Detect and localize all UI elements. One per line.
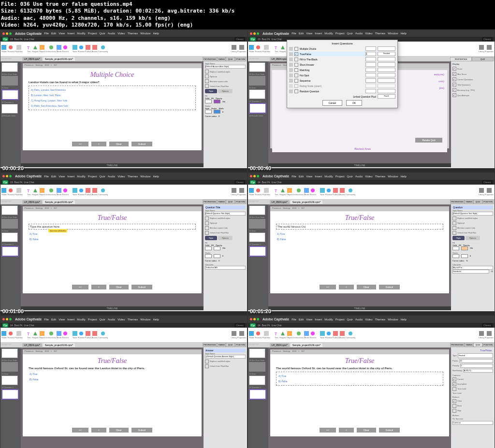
frame-6: 00:02:00 Adobe CaptivateFileEditViewInse…	[248, 316, 495, 448]
svg-rect-73	[73, 331, 77, 336]
svg-rect-69	[40, 331, 44, 336]
svg-rect-91	[333, 331, 338, 336]
timestamp: 00:00:40	[250, 165, 271, 171]
back-button[interactable]: <<	[72, 142, 88, 146]
svg-rect-89	[320, 331, 325, 336]
svg-point-81	[256, 332, 260, 335]
timestamp: 00:00:20	[2, 165, 24, 171]
svg-text:T: T	[27, 45, 30, 50]
svg-text:T: T	[27, 332, 30, 336]
svg-rect-53	[287, 188, 292, 193]
svg-point-33	[9, 188, 13, 192]
svg-point-65	[9, 332, 13, 335]
svg-rect-75	[86, 331, 90, 336]
svg-point-13	[101, 45, 105, 49]
svg-rect-47	[239, 188, 244, 193]
svg-rect-2	[16, 45, 21, 50]
svg-point-49	[256, 188, 260, 192]
frame-3: 00:01:00 Adobe CaptivateFileEditViewInse…	[0, 173, 248, 316]
answer-group[interactable]: A) TrueB) False	[276, 372, 443, 386]
svg-rect-34	[16, 188, 21, 193]
svg-point-42	[79, 188, 83, 192]
svg-marker-36	[33, 188, 37, 192]
svg-marker-68	[33, 332, 37, 335]
answer-true-option[interactable]: A) True	[29, 372, 196, 376]
svg-point-70	[49, 332, 53, 335]
svg-rect-62	[479, 188, 484, 193]
quiz-properties-panel: True/False TypeGraded Points:10 Penalty:…	[451, 347, 495, 448]
insert-questions-dialog: Insert Questions Multiple Choice True/Fa…	[287, 40, 398, 108]
svg-rect-18	[264, 45, 269, 50]
svg-rect-9	[73, 45, 77, 50]
svg-marker-20	[281, 45, 285, 49]
cancel-button[interactable]: Cancel	[322, 100, 343, 106]
svg-rect-41	[73, 188, 77, 193]
svg-text:T: T	[275, 45, 277, 50]
svg-rect-14	[232, 45, 236, 50]
answer-group[interactable]: A) Paris, London, San FranciscoB) London…	[29, 86, 196, 110]
svg-rect-79	[239, 331, 244, 336]
svg-rect-85	[287, 331, 292, 336]
file-tabs: FILMSTRIPLH_0504.cptx*Sample_project0106…	[0, 57, 247, 61]
svg-rect-76	[92, 331, 97, 336]
svg-point-45	[101, 188, 105, 192]
app-toolbar: Cp13Best FitLive ChatClassic	[0, 37, 247, 42]
graded-select[interactable]: Graded	[378, 52, 395, 56]
svg-point-58	[327, 188, 331, 192]
svg-point-8	[63, 45, 67, 49]
svg-rect-63	[487, 188, 492, 193]
frame-1: 00:00:20 Adobe Captivate FileEditViewIns…	[0, 29, 248, 173]
frame-2: 00:00:40 Adobe CaptivateFileEditViewInse…	[248, 29, 495, 173]
svg-point-56	[311, 188, 315, 192]
clear-button[interactable]: Clear	[109, 142, 129, 146]
svg-marker-4	[33, 45, 37, 49]
svg-rect-87	[304, 331, 309, 336]
points-input[interactable]: 10	[459, 359, 493, 363]
svg-rect-31	[487, 45, 492, 50]
svg-rect-94	[479, 331, 484, 336]
svg-rect-11	[86, 45, 90, 50]
submit-button[interactable]: Submit	[131, 142, 153, 146]
svg-point-1	[9, 45, 13, 49]
file-metadata-header: File: 036 Use true or false questions.mp…	[0, 0, 495, 29]
svg-text:T: T	[27, 188, 30, 193]
svg-rect-32	[1, 188, 6, 193]
svg-point-54	[297, 188, 301, 192]
frame-4: 00:01:20 Adobe CaptivateFileEditViewInse…	[248, 173, 495, 316]
svg-rect-50	[264, 188, 269, 193]
svg-rect-78	[232, 331, 236, 336]
svg-rect-7	[57, 45, 61, 50]
svg-rect-12	[92, 45, 97, 50]
svg-rect-82	[264, 331, 269, 336]
svg-rect-39	[57, 188, 61, 193]
svg-rect-60	[340, 188, 345, 193]
svg-point-74	[79, 332, 83, 335]
slide-canvas[interactable]: Multiple Choice Landon Hotels can be fou…	[23, 68, 202, 150]
svg-rect-46	[232, 188, 236, 193]
prev-button[interactable]: <	[91, 142, 106, 146]
svg-rect-44	[92, 188, 97, 193]
svg-point-38	[49, 188, 53, 192]
svg-rect-5	[40, 45, 44, 50]
filmstrip: 10 San Fran Suite 11 Quiz 12 Question 1 …	[0, 61, 21, 167]
svg-rect-92	[340, 331, 345, 336]
svg-rect-64	[1, 331, 6, 336]
question-input[interactable]: The world famous Ox|	[276, 224, 443, 230]
ribbon: Slides Themes Fluid Box TText Shapes Obj…	[0, 42, 247, 57]
ok-button[interactable]: OK	[346, 100, 362, 106]
properties-panel: Style Name [Default Answer Area Style] R…	[204, 61, 247, 167]
svg-marker-52	[281, 188, 285, 192]
question-input[interactable]: Type the question hereQuestion (824x65)	[29, 224, 196, 230]
retake-quiz-button[interactable]: Retake Quiz	[415, 138, 442, 143]
svg-point-86	[297, 332, 301, 335]
svg-rect-66	[16, 331, 21, 336]
svg-rect-71	[57, 331, 61, 336]
question-title: Multiple Choice	[26, 71, 199, 79]
svg-point-40	[63, 188, 67, 192]
svg-rect-57	[320, 188, 325, 193]
svg-point-90	[327, 332, 331, 335]
svg-rect-59	[333, 188, 338, 193]
thumbnail-grid: 00:00:20 Adobe Captivate FileEditViewIns…	[0, 29, 495, 448]
svg-point-10	[79, 45, 83, 49]
frame-5: 00:01:40 Adobe CaptivateFileEditViewInse…	[0, 316, 248, 448]
